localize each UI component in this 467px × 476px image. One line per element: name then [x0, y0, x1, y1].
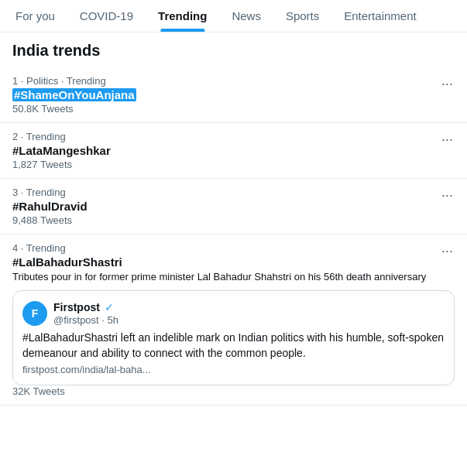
page-title: India trends: [0, 33, 467, 67]
tab-trending[interactable]: Trending: [146, 0, 219, 32]
trend-description-4: Tributes pour in for former prime minist…: [12, 270, 455, 284]
tweet-source-name: Firstpost: [53, 301, 100, 313]
tab-sports[interactable]: Sports: [273, 0, 331, 32]
trend-count-2: 1,827 Tweets: [12, 159, 455, 170]
trend-item-3[interactable]: ···3 · Trending#RahulDravid9,488 Tweets: [0, 179, 467, 235]
trend-item-2[interactable]: ···2 · Trending#LataMangeshkar1,827 Twee…: [0, 123, 467, 179]
tab-news[interactable]: News: [219, 0, 273, 32]
trend-meta-2: 2 · Trending: [12, 131, 455, 142]
tweet-link[interactable]: firstpost.com/india/lal-baha...: [22, 364, 445, 375]
trend-count-4: 32K Tweets: [12, 385, 455, 397]
nav-tabs: For youCOVID-19TrendingNewsSportsEnterta…: [0, 0, 467, 33]
tab-entertainment[interactable]: Entertainment: [331, 0, 428, 32]
more-button-4[interactable]: ···: [437, 242, 458, 259]
verified-badge: ✓: [101, 301, 114, 313]
tweet-card-header: FFirstpost ✓@firstpost · 5h: [22, 300, 445, 326]
trend-meta-1: 1 · Politics · Trending: [12, 75, 455, 87]
more-button-3[interactable]: ···: [437, 187, 458, 204]
more-button-1[interactable]: ···: [437, 75, 458, 92]
trend-hashtag-4: #LalBahadurShastri: [12, 255, 455, 269]
trend-meta-3: 3 · Trending: [12, 187, 455, 198]
trend-hashtag-2: #LataMangeshkar: [12, 144, 455, 157]
tweet-body: #LalBahadurShastri left an indelible mar…: [22, 330, 445, 361]
tweet-card-4[interactable]: FFirstpost ✓@firstpost · 5h#LalBahadurSh…: [12, 290, 455, 385]
tab-for-you[interactable]: For you: [3, 0, 67, 32]
trend-item-1[interactable]: ···1 · Politics · Trending#ShameOnYouAnj…: [0, 67, 467, 123]
trend-count-3: 9,488 Tweets: [12, 214, 455, 226]
tab-covid-19[interactable]: COVID-19: [67, 0, 146, 32]
trends-list: ···1 · Politics · Trending#ShameOnYouAnj…: [0, 67, 467, 406]
tweet-avatar: F: [22, 301, 47, 326]
tweet-handle-time: @firstpost · 5h: [53, 314, 118, 326]
tweet-source-info: Firstpost ✓@firstpost · 5h: [53, 300, 118, 326]
more-button-2[interactable]: ···: [437, 131, 458, 148]
trend-hashtag-3: #RahulDravid: [12, 200, 455, 213]
trend-item-4[interactable]: ···4 · Trending#LalBahadurShastriTribute…: [0, 235, 467, 406]
trend-hashtag-1: #ShameOnYouAnjana: [12, 88, 136, 101]
trend-count-1: 50.8K Tweets: [12, 103, 455, 115]
trend-meta-4: 4 · Trending: [12, 242, 455, 254]
